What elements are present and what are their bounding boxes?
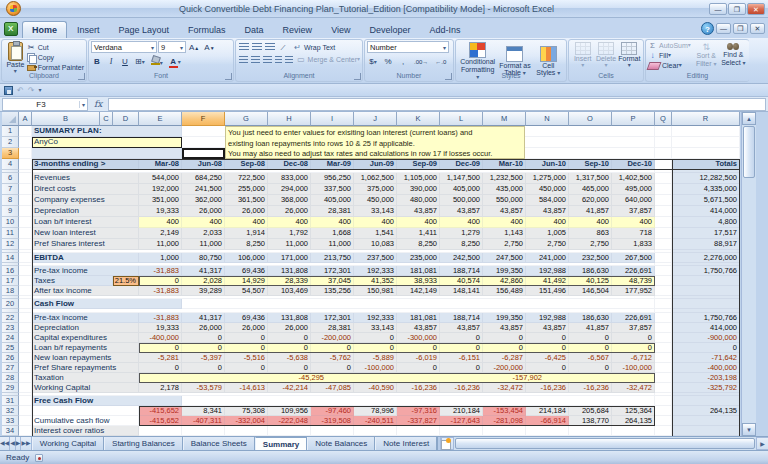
- sheet-tab-starting-balances[interactable]: Starting Balances: [104, 437, 183, 450]
- cell[interactable]: 465,000: [569, 184, 612, 195]
- align-center-icon[interactable]: [251, 56, 260, 64]
- font-color-button[interactable]: A▾: [167, 55, 183, 67]
- row-header-2[interactable]: 2: [2, 137, 19, 148]
- align-left-icon[interactable]: [239, 56, 248, 64]
- cell[interactable]: 400: [440, 217, 483, 228]
- cell[interactable]: 148,141: [440, 286, 483, 296]
- cell[interactable]: 368,000: [268, 195, 311, 206]
- cell[interactable]: [19, 343, 32, 353]
- cell[interactable]: 11,000: [311, 239, 354, 250]
- cell[interactable]: 241,500: [182, 184, 225, 195]
- cell[interactable]: Sep-09: [397, 159, 440, 170]
- cell[interactable]: 0: [612, 333, 655, 343]
- cell[interactable]: Interest cover ratios: [32, 426, 139, 436]
- cell[interactable]: -5,516: [225, 353, 268, 363]
- cell[interactable]: -40,590: [354, 383, 397, 393]
- row-header-4[interactable]: 4: [2, 159, 19, 170]
- format-cells-button[interactable]: Format▾: [618, 41, 641, 68]
- cell[interactable]: 390,000: [397, 184, 440, 195]
- cell[interactable]: [19, 276, 32, 286]
- cell[interactable]: [19, 148, 32, 159]
- align-right-icon[interactable]: [263, 56, 272, 64]
- cell[interactable]: 5,671,500: [672, 195, 740, 206]
- column-header-K[interactable]: K: [397, 112, 440, 126]
- cell[interactable]: [19, 173, 32, 184]
- cell[interactable]: -407,311: [182, 416, 225, 426]
- cell[interactable]: 1,750,766: [672, 266, 740, 276]
- row-header-20[interactable]: 20: [2, 299, 19, 309]
- cell[interactable]: [655, 299, 672, 309]
- scroll-right-icon[interactable]: ▶: [756, 437, 768, 450]
- cell[interactable]: [397, 426, 440, 436]
- cell[interactable]: 3-months ending >: [32, 159, 139, 170]
- cell[interactable]: 1,062,500: [354, 173, 397, 184]
- cell[interactable]: 414,000: [672, 206, 740, 217]
- cell[interactable]: 480,000: [397, 195, 440, 206]
- percent-style-button[interactable]: %: [382, 55, 394, 67]
- office-button[interactable]: [2, 1, 24, 17]
- cell[interactable]: 0: [483, 333, 526, 343]
- cell[interactable]: -203,198: [672, 373, 740, 383]
- cell[interactable]: [19, 426, 32, 436]
- cell[interactable]: -31,883: [139, 313, 182, 323]
- cell[interactable]: -100,000: [354, 363, 397, 373]
- cell[interactable]: 150,981: [354, 286, 397, 296]
- cell[interactable]: 247,500: [483, 253, 526, 263]
- cell[interactable]: 41,857: [569, 206, 612, 217]
- row-header-7[interactable]: 7: [2, 184, 19, 195]
- cell[interactable]: 186,630: [569, 313, 612, 323]
- cell[interactable]: [569, 426, 612, 436]
- scroll-up-icon[interactable]: ▲: [742, 112, 756, 125]
- wrap-text-button[interactable]: ↵Wrap Text: [293, 43, 335, 52]
- cell[interactable]: [655, 276, 672, 286]
- cell[interactable]: 833,000: [268, 173, 311, 184]
- cell[interactable]: Mar-08: [139, 159, 182, 170]
- cell[interactable]: 156,489: [483, 286, 526, 296]
- cell[interactable]: [655, 406, 672, 416]
- cell[interactable]: 232,500: [569, 253, 612, 263]
- cell[interactable]: 544,000: [139, 173, 182, 184]
- cell[interactable]: 0: [526, 343, 569, 353]
- workbook-restore-button[interactable]: ❐: [733, 23, 748, 34]
- cell[interactable]: 38,933: [397, 276, 440, 286]
- cell[interactable]: 0: [483, 343, 526, 353]
- cell[interactable]: -222,048: [268, 416, 311, 426]
- cell[interactable]: 584,000: [526, 195, 569, 206]
- cell[interactable]: 2,178: [139, 383, 182, 393]
- cell[interactable]: [655, 396, 672, 406]
- cell[interactable]: 400: [397, 217, 440, 228]
- cell[interactable]: [32, 148, 182, 159]
- cell[interactable]: 54,507: [225, 286, 268, 296]
- cell[interactable]: [182, 137, 655, 148]
- fill-color-button[interactable]: ▾: [149, 55, 165, 67]
- cell[interactable]: [19, 406, 32, 416]
- cell[interactable]: [655, 173, 672, 184]
- cell[interactable]: 722,500: [225, 173, 268, 184]
- cell[interactable]: [655, 426, 672, 436]
- cell[interactable]: 1,147,500: [440, 173, 483, 184]
- cell[interactable]: -5,397: [182, 353, 225, 363]
- cell[interactable]: 0: [526, 363, 569, 373]
- cell[interactable]: 400: [526, 217, 569, 228]
- cell[interactable]: 1,668: [311, 228, 354, 239]
- cell[interactable]: [655, 126, 672, 137]
- cell[interactable]: Depreciation: [32, 206, 139, 217]
- sheet-tab-summary[interactable]: Summary: [255, 437, 307, 450]
- cell[interactable]: -47,085: [311, 383, 354, 393]
- ribbon-tab-home[interactable]: Home: [22, 21, 67, 38]
- cell[interactable]: 177,952: [612, 286, 655, 296]
- cell[interactable]: Sep-10: [569, 159, 612, 170]
- cell[interactable]: 1,275,000: [526, 173, 569, 184]
- workbook-close-button[interactable]: ✕: [750, 23, 765, 34]
- cell[interactable]: 135,256: [311, 286, 354, 296]
- row-header-22[interactable]: 22: [2, 313, 19, 323]
- cell[interactable]: 242,500: [440, 253, 483, 263]
- cell[interactable]: [655, 353, 672, 363]
- sort-filter-button[interactable]: ⇅ Sort & Filter ▾: [693, 41, 720, 67]
- cell[interactable]: Pre-tax income: [32, 313, 139, 323]
- cell[interactable]: [655, 148, 672, 159]
- cell[interactable]: 2,028: [182, 276, 225, 286]
- cell[interactable]: [225, 148, 655, 159]
- align-top-icon[interactable]: [239, 43, 249, 51]
- cell[interactable]: [182, 126, 655, 137]
